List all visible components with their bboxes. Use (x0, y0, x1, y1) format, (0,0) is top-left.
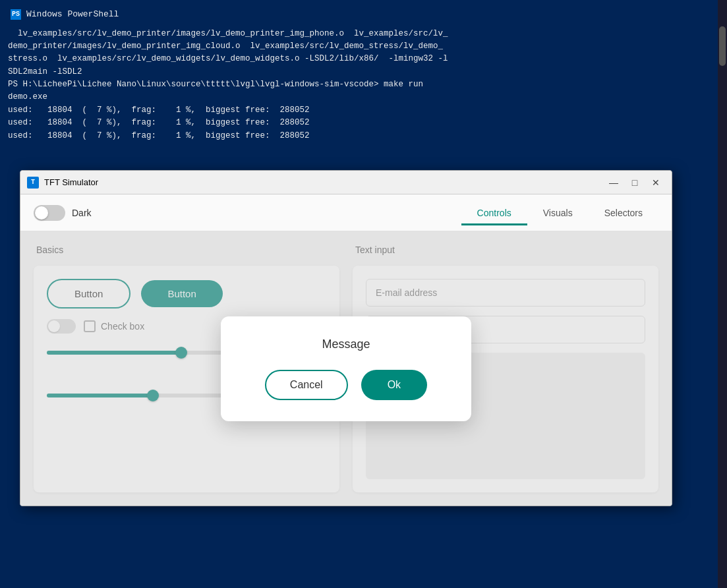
tft-main-area: Basics Button Button Check (20, 231, 672, 506)
terminal-title: Windows PowerShell (26, 8, 119, 21)
tab-selectors[interactable]: Selectors (589, 202, 658, 225)
modal-dialog: Message Cancel Ok (221, 316, 471, 421)
tab-bar: Controls Visuals Selectors (461, 201, 658, 224)
dark-mode-toggle-area: Dark (34, 205, 92, 221)
tft-window-icon: T (27, 177, 39, 189)
tab-visuals[interactable]: Visuals (527, 202, 589, 225)
scrollbar-thumb[interactable] (719, 26, 726, 66)
terminal-content: lv_examples/src/lv_demo_printer/images/l… (5, 28, 722, 142)
dark-label: Dark (72, 208, 92, 218)
dark-mode-toggle[interactable] (34, 205, 65, 221)
tft-window-title: TFT Simulator (44, 177, 604, 187)
cancel-button[interactable]: Cancel (265, 370, 348, 400)
window-controls: — □ ✕ (604, 175, 665, 191)
modal-buttons: Cancel Ok (265, 370, 427, 400)
tft-simulator-window: T TFT Simulator — □ ✕ Dark Controls Visu… (20, 170, 672, 506)
powershell-icon: PS (11, 9, 21, 20)
toggle-knob (35, 206, 48, 220)
minimize-button[interactable]: — (604, 175, 623, 191)
tft-titlebar: T TFT Simulator — □ ✕ (20, 171, 672, 194)
modal-title: Message (322, 338, 370, 351)
tab-controls[interactable]: Controls (461, 202, 527, 225)
ok-button[interactable]: Ok (361, 370, 427, 400)
close-button[interactable]: ✕ (647, 175, 665, 191)
modal-backdrop: Message Cancel Ok (20, 231, 672, 506)
terminal-scrollbar[interactable] (718, 0, 727, 588)
tft-content: Dark Controls Visuals Selectors Basics B… (20, 194, 672, 506)
tft-topbar: Dark Controls Visuals Selectors (20, 194, 672, 231)
terminal-titlebar: PS Windows PowerShell (5, 5, 722, 24)
maximize-button[interactable]: □ (625, 175, 644, 191)
